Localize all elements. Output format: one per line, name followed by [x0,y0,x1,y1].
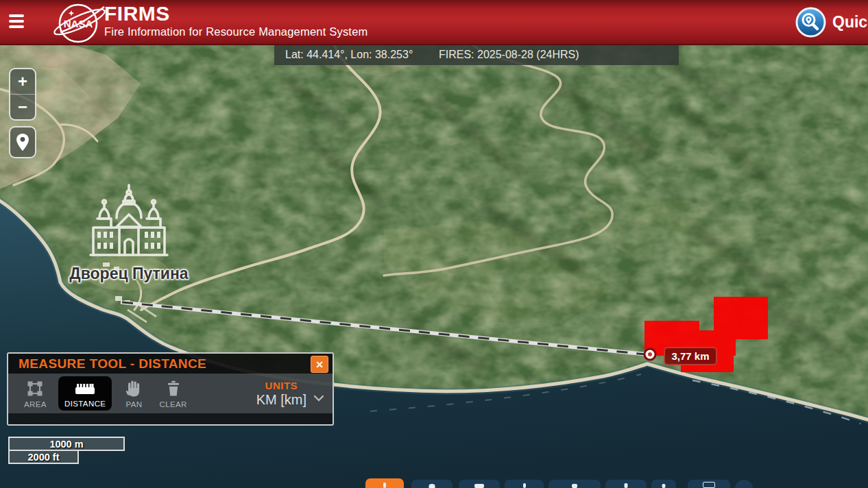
poi-label: Дворец Путина [53,265,204,283]
units-dropdown[interactable]: UNITS KM [km] [256,380,324,408]
tool-label: CLEAR [159,400,186,408]
status-coordinates: Lat: 44.414°, Lon: 38.253° [285,49,413,61]
app-header: NASA FIRMS Fire Information for Resource… [0,0,868,45]
tool-button-pan[interactable]: PAN [123,379,144,408]
panel-title: MEASURE TOOL - DISTANCE [19,356,206,371]
trash-icon [164,379,183,398]
bottom-toolbar-button[interactable] [459,480,500,488]
tool-button-distance[interactable]: DISTANCE [58,376,112,411]
tool-button-clear[interactable]: CLEAR [159,379,186,408]
location-pin-icon [14,132,32,154]
area-icon [25,379,45,398]
tool-label: PAN [125,400,142,408]
bottom-toolbar-button[interactable] [548,480,601,488]
zoom-control: + − [9,68,36,121]
locate-button[interactable] [9,126,36,158]
bottom-toolbar-button[interactable] [605,480,647,488]
firms-app: 3,77 km Дворец Путина [0,0,868,488]
tool-button-area[interactable]: AREA [24,379,47,408]
measure-tool-panel: MEASURE TOOL - DISTANCE ✕ AREA [7,352,334,426]
status-bar: Lat: 44.414°, Lon: 38.253° FIRES: 2025-0… [274,45,679,65]
app-brand: FIRMS Fire Information for Resource Mana… [104,3,367,38]
bottom-toolbar-button[interactable] [651,480,676,488]
zoom-in-button[interactable]: + [10,69,35,94]
status-fires-date: FIRES: 2025-08-28 (24HRS) [439,49,579,61]
tool-label: DISTANCE [64,400,106,408]
bottom-toolbar-button[interactable] [505,480,544,488]
measure-toolbar: AREA DISTANCE [8,374,333,413]
bottom-toolbar-button[interactable] [688,480,730,488]
quick-search-button[interactable]: Quick [795,7,868,38]
tool-label: AREA [24,400,47,408]
palace-icon[interactable] [88,182,170,260]
ruler-icon [73,380,97,398]
bottom-toolbar-button-active[interactable] [365,478,404,488]
bottom-toolbar-button[interactable] [411,480,453,488]
zoom-out-button[interactable]: − [10,95,35,119]
hand-icon [123,379,144,398]
app-subtitle: Fire Information for Resource Management… [104,25,367,38]
svg-text:NASA: NASA [64,18,93,29]
chevron-down-icon [313,395,324,402]
panel-footer [8,413,333,424]
close-icon: ✕ [315,359,324,370]
scale-bar-imperial: 2000 ft [8,450,79,464]
hamburger-icon[interactable] [9,12,27,32]
units-label: UNITS [265,380,298,391]
close-button[interactable]: ✕ [311,356,328,373]
app-title: FIRMS [104,3,367,24]
panel-title-bar: MEASURE TOOL - DISTANCE ✕ [8,354,333,374]
distance-badge: 3,77 km [664,347,717,365]
quick-search-label: Quick [832,13,868,32]
quick-search-icon [795,7,826,38]
units-value: KM [km] [256,392,306,408]
scale-bar-metric: 1000 m [8,437,125,451]
